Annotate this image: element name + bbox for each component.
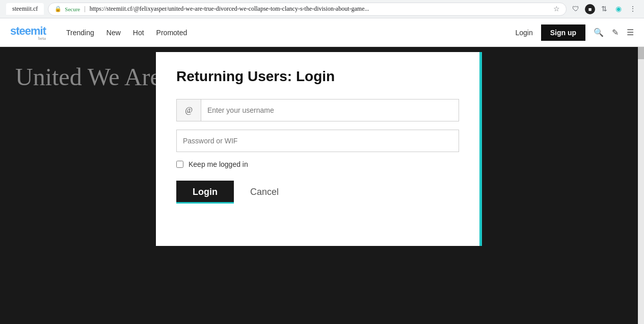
menu-icon[interactable]: ☰ bbox=[627, 28, 634, 37]
nav-hot[interactable]: Hot bbox=[133, 29, 144, 37]
header-right: Login Sign up 🔍 ✎ ☰ bbox=[515, 24, 634, 41]
edit-icon[interactable]: ✎ bbox=[612, 28, 619, 37]
modal-overlay: Returning Users: Login @ Keep me logged … bbox=[0, 47, 638, 324]
username-input[interactable] bbox=[201, 99, 459, 121]
login-modal: Returning Users: Login @ Keep me logged … bbox=[156, 52, 482, 246]
signup-button[interactable]: Sign up bbox=[541, 24, 585, 41]
tab-title: steemiit.cf bbox=[12, 5, 38, 12]
modal-title: Returning Users: Login bbox=[176, 68, 459, 85]
page-content: United We Are True, Divorced We Returnin… bbox=[0, 47, 644, 324]
site-header: steemit beta Trending New Hot Promoted L… bbox=[0, 18, 644, 47]
keep-logged-label: Keep me logged in bbox=[189, 160, 248, 168]
login-link[interactable]: Login bbox=[515, 29, 532, 37]
nav-trending[interactable]: Trending bbox=[66, 29, 94, 37]
logo-beta: beta bbox=[10, 36, 46, 41]
keep-logged-row: Keep me logged in bbox=[176, 160, 459, 168]
star-icon[interactable]: ☆ bbox=[553, 5, 560, 13]
modal-buttons: Login Cancel bbox=[176, 181, 459, 204]
username-field-wrapper: @ bbox=[176, 99, 459, 121]
login-button[interactable]: Login bbox=[176, 181, 234, 204]
secure-label: Secure bbox=[65, 6, 80, 12]
browser-actions: 🛡 ■ ⇅ ◉ ⋮ bbox=[571, 4, 638, 14]
nav-promoted[interactable]: Promoted bbox=[156, 29, 187, 37]
search-icon[interactable]: 🔍 bbox=[594, 28, 604, 37]
scrollbar[interactable] bbox=[638, 18, 644, 324]
browser-tab[interactable]: steemiit.cf bbox=[6, 3, 44, 15]
ext-icon-2[interactable]: ⇅ bbox=[599, 4, 609, 14]
cancel-button[interactable]: Cancel bbox=[242, 181, 287, 204]
ext-icon-3[interactable]: ◉ bbox=[613, 4, 624, 14]
browser-chrome: steemiit.cf 🔒 Secure | https://steemiit.… bbox=[0, 0, 644, 18]
username-at-prefix: @ bbox=[177, 99, 201, 121]
ext-icon-1[interactable]: ■ bbox=[585, 4, 595, 14]
secure-icon: 🔒 bbox=[55, 6, 62, 12]
url-text: https://steemiit.cf/@felixyasper/united-… bbox=[90, 5, 369, 13]
shield-ext-icon[interactable]: 🛡 bbox=[571, 4, 581, 14]
address-bar[interactable]: 🔒 Secure | https://steemiit.cf/@felixyas… bbox=[48, 3, 567, 16]
keep-logged-checkbox[interactable] bbox=[176, 161, 183, 168]
nav-new[interactable]: New bbox=[106, 29, 121, 37]
logo-area: steemit beta bbox=[10, 24, 46, 41]
page-background: steemit beta Trending New Hot Promoted L… bbox=[0, 18, 644, 324]
more-menu-icon[interactable]: ⋮ bbox=[628, 4, 638, 14]
password-input[interactable] bbox=[176, 130, 459, 152]
main-nav: Trending New Hot Promoted bbox=[66, 29, 515, 37]
